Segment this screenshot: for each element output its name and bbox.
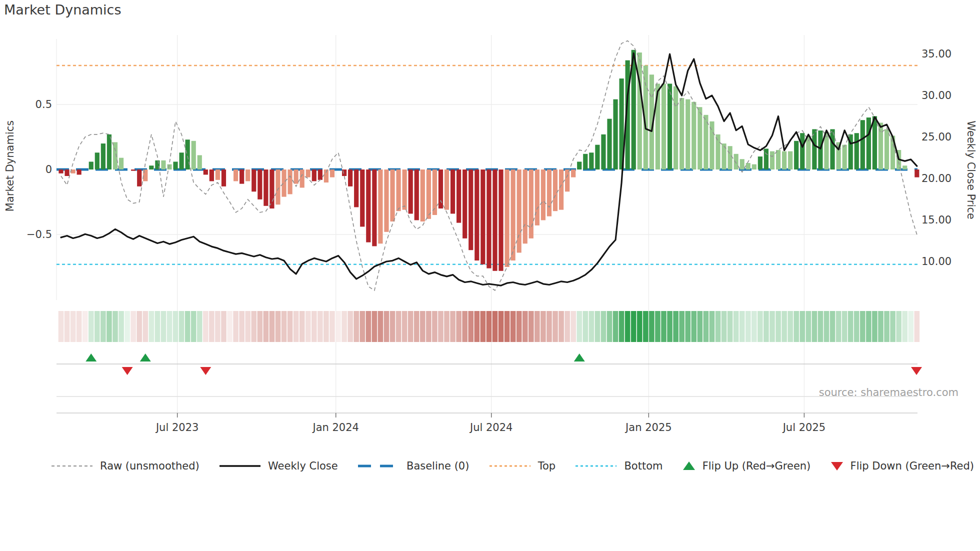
- oscillator-bar: [282, 170, 286, 197]
- oscillator-bar: [288, 170, 292, 194]
- heatmap-cell: [270, 311, 275, 342]
- x-tick-label: Jan 2024: [312, 422, 359, 434]
- legend-item-flip-up: Flip Up (Red→Green): [682, 460, 811, 472]
- legend-item-bottom: Bottom: [574, 460, 662, 472]
- heatmap-cell: [282, 311, 287, 342]
- heatmap-cell: [408, 311, 414, 342]
- oscillator-bar: [480, 170, 485, 264]
- oscillator-bar: [504, 170, 509, 267]
- oscillator-bar: [474, 170, 479, 260]
- heatmap-cell: [691, 311, 696, 342]
- heatmap-cell: [330, 311, 335, 342]
- oscillator-bar: [204, 170, 208, 174]
- heatmap-cell: [233, 311, 238, 342]
- heatmap-cell: [251, 311, 256, 342]
- oscillator-bar: [872, 116, 877, 170]
- flip-down-triangle-icon: [830, 460, 844, 472]
- heatmap-cell: [136, 311, 142, 342]
- oscillator-bar: [607, 119, 612, 170]
- heatmap-cell: [438, 311, 444, 342]
- oscillator-bar: [535, 170, 540, 226]
- heatmap-cell: [402, 311, 408, 342]
- heatmap-cell: [836, 311, 842, 342]
- price-tick-label: 25.00: [922, 131, 952, 143]
- price-tick-label: 10.00: [922, 256, 952, 268]
- oscillator-bar: [396, 170, 400, 211]
- heatmap-cell: [456, 311, 462, 342]
- baseline-swatch-icon: [356, 460, 400, 472]
- oscillator-bar: [770, 152, 774, 170]
- oscillator-bar: [547, 170, 552, 216]
- heatmap-cell: [770, 311, 775, 342]
- oscillator-bar: [486, 170, 491, 268]
- heatmap-cell: [607, 311, 612, 342]
- oscillator-bar: [668, 84, 672, 170]
- heatmap-cell: [100, 311, 106, 342]
- heatmap-cell: [890, 311, 896, 342]
- legend-item-top: Top: [488, 460, 556, 472]
- heatmap-cell: [522, 311, 528, 342]
- y-tick-label: 0: [46, 164, 52, 176]
- heatmap-cell: [161, 311, 166, 342]
- heatmap-cell: [130, 311, 136, 342]
- heatmap-cell: [82, 311, 88, 342]
- oscillator-bar: [565, 170, 570, 192]
- heatmap-cell: [444, 311, 450, 342]
- heatmap-cell: [589, 311, 594, 342]
- oscillator-bar: [854, 133, 859, 170]
- heatmap-cell: [908, 311, 914, 342]
- heatmap-cell: [173, 311, 178, 342]
- heatmap-cell: [546, 311, 552, 342]
- legend-label: Weekly Close: [268, 460, 338, 472]
- weekly-close-swatch-icon: [218, 460, 262, 472]
- legend-label: Top: [538, 460, 556, 472]
- oscillator-bar: [456, 170, 461, 223]
- heatmap-cell: [149, 311, 154, 342]
- heatmap-cell: [245, 311, 250, 342]
- oscillator-bar: [674, 86, 678, 170]
- heatmap-cell: [716, 311, 721, 342]
- oscillator-bar: [372, 170, 376, 246]
- oscillator-bar: [360, 170, 364, 226]
- oscillator-bar: [776, 150, 780, 170]
- heatmap-cell: [655, 311, 660, 342]
- heatmap-cell: [276, 311, 281, 342]
- oscillator-bar: [270, 170, 274, 208]
- oscillator-bar: [884, 129, 889, 170]
- oscillator-bar: [390, 170, 394, 222]
- oscillator-bar: [716, 134, 720, 170]
- oscillator-bar: [722, 144, 726, 170]
- oscillator-bar: [577, 162, 582, 170]
- x-tick-label: Jul 2024: [469, 422, 512, 434]
- heatmap-cell: [595, 311, 600, 342]
- heatmap-cell: [794, 311, 799, 342]
- heatmap-cell: [264, 311, 269, 342]
- heatmap-cell: [679, 311, 684, 342]
- oscillator-bar: [137, 170, 142, 186]
- heatmap-cell: [812, 311, 818, 342]
- oscillator-bar: [312, 170, 316, 181]
- oscillator-bar: [529, 170, 534, 238]
- heatmap-cell: [758, 311, 763, 342]
- oscillator-bar: [698, 107, 702, 170]
- heatmap-cell: [312, 311, 317, 342]
- oscillator-bar: [426, 170, 431, 219]
- oscillator-bar: [541, 170, 546, 220]
- heatmap-cell: [88, 311, 94, 342]
- heatmap-cell: [806, 311, 812, 342]
- heatmap-cell: [649, 311, 654, 342]
- oscillator-bar: [64, 170, 69, 176]
- heatmap-cell: [740, 311, 745, 342]
- oscillator-bar: [77, 170, 82, 174]
- oscillator-bar: [414, 170, 419, 220]
- heatmap-cell: [258, 311, 263, 342]
- oscillator-bar: [330, 170, 334, 178]
- oscillator-bar: [113, 142, 118, 170]
- flip-up-marker: [86, 354, 96, 362]
- top-line-swatch-icon: [488, 460, 532, 472]
- legend-item-weekly-close: Weekly Close: [218, 460, 338, 472]
- heatmap-cell: [203, 311, 208, 342]
- oscillator-bar: [686, 100, 690, 170]
- heatmap-cell: [142, 311, 148, 342]
- oscillator-bar: [318, 170, 322, 180]
